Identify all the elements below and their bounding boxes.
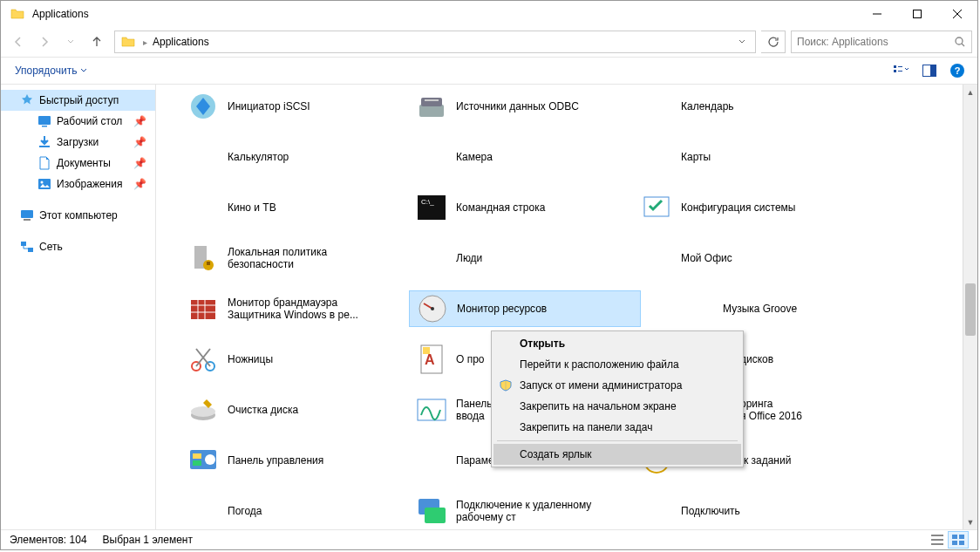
list-item[interactable]: Калькулятор <box>180 139 397 175</box>
control-panel-icon <box>186 443 221 478</box>
list-item[interactable]: Подключение к удаленному рабочему ст <box>409 493 625 529</box>
search-input[interactable] <box>797 36 954 48</box>
svg-rect-26 <box>207 262 210 265</box>
forward-button[interactable] <box>32 31 57 53</box>
menu-run-as-admin[interactable]: Запуск от имени администратора <box>493 375 741 396</box>
sidebar-this-pc[interactable]: Этот компьютер <box>1 205 155 226</box>
scroll-up-button[interactable]: ▲ <box>963 85 977 99</box>
minimize-button[interactable] <box>857 1 897 27</box>
maximize-button[interactable] <box>897 1 937 27</box>
menu-pin-taskbar[interactable]: Закрепить на панели задач <box>493 417 741 438</box>
up-button[interactable] <box>85 31 109 53</box>
svg-rect-48 <box>952 535 957 539</box>
scroll-down-button[interactable]: ▼ <box>963 515 977 529</box>
refresh-button[interactable] <box>761 31 786 53</box>
svg-rect-47 <box>931 543 943 545</box>
recent-dropdown[interactable] <box>58 31 83 53</box>
sidebar-pictures[interactable]: Изображения 📌 <box>1 174 155 194</box>
list-item[interactable]: Карты <box>634 139 850 175</box>
sidebar-quick-access[interactable]: Быстрый доступ <box>1 90 155 111</box>
chevron-right-icon[interactable]: ▸ <box>140 37 151 47</box>
list-item[interactable]: Погода <box>180 493 397 529</box>
list-item[interactable]: Конфигурация системы <box>634 189 850 226</box>
list-item[interactable]: Очистка диска <box>180 392 397 428</box>
list-item[interactable]: Монитор брандмауэра Защитника Windows в … <box>180 290 397 327</box>
app-icon <box>186 140 221 174</box>
menu-open[interactable]: Открыть <box>493 333 741 354</box>
preview-pane-button[interactable] <box>918 60 941 81</box>
list-item[interactable]: Кино и ТВ <box>180 189 397 226</box>
svg-rect-10 <box>39 146 50 147</box>
context-menu: Открыть Перейти к расположению файла Зап… <box>491 331 744 467</box>
network-icon <box>20 240 34 254</box>
close-button[interactable] <box>937 1 977 27</box>
search-icon[interactable] <box>954 36 966 48</box>
list-item[interactable]: Календарь <box>634 88 850 125</box>
menu-goto-location[interactable]: Перейти к расположению файла <box>493 354 741 375</box>
list-item-partial[interactable]: орингая Office 2016 <box>740 392 827 428</box>
svg-rect-34 <box>423 347 430 354</box>
shield-icon <box>499 378 513 392</box>
pin-icon: 📌 <box>133 115 146 127</box>
back-button[interactable] <box>6 31 31 53</box>
search-box[interactable] <box>791 31 972 53</box>
view-options-button[interactable] <box>890 60 913 81</box>
svg-point-29 <box>431 307 434 310</box>
address-dropdown[interactable] <box>738 37 755 46</box>
command-bar: Упорядочить ? <box>1 57 977 85</box>
menu-create-shortcut[interactable]: Создать ярлык <box>493 444 741 465</box>
svg-rect-13 <box>21 210 33 218</box>
svg-rect-2 <box>894 65 896 68</box>
list-item[interactable]: Локальная политика безопасности <box>180 240 397 276</box>
explorer-body: Быстрый доступ Рабочий стол 📌 Загрузки 📌… <box>1 85 977 529</box>
svg-rect-27 <box>191 300 215 319</box>
menu-pin-start[interactable]: Закрепить на начальном экране <box>493 396 741 417</box>
list-item[interactable]: Панельввода <box>409 392 496 428</box>
desktop-icon <box>37 114 51 128</box>
list-item[interactable]: AО про <box>409 341 487 378</box>
scroll-thumb[interactable] <box>965 283 976 336</box>
list-item-selected[interactable]: Монитор ресурсов <box>409 290 641 327</box>
app-icon <box>414 443 449 478</box>
address-bar[interactable]: ▸ Applications <box>114 31 756 53</box>
svg-rect-50 <box>952 541 957 545</box>
status-selection: Выбран 1 элемент <box>103 534 193 546</box>
help-button[interactable]: ? <box>946 60 969 81</box>
organize-button[interactable]: Упорядочить <box>10 61 92 80</box>
documents-icon <box>37 156 51 170</box>
list-item[interactable]: Источники данных ODBC <box>409 88 625 125</box>
list-item[interactable]: Инициатор iSCSI <box>180 88 397 125</box>
list-item[interactable]: Люди <box>409 240 625 276</box>
details-view-button[interactable] <box>927 531 948 549</box>
svg-rect-0 <box>914 10 922 18</box>
doc-icon: A <box>414 342 449 377</box>
breadcrumb-item[interactable]: Applications <box>151 36 211 48</box>
list-item[interactable]: Камера <box>409 139 625 175</box>
svg-rect-4 <box>898 66 902 67</box>
list-item[interactable]: Панель управления <box>180 442 397 479</box>
vertical-scrollbar[interactable]: ▲ ▼ <box>963 85 977 529</box>
downloads-icon <box>37 135 51 149</box>
list-item[interactable]: Мой Офис <box>634 240 850 276</box>
mstsc-icon <box>414 494 449 528</box>
msconfig-icon <box>639 190 674 225</box>
svg-text:A: A <box>425 352 435 367</box>
list-item[interactable]: Музыка Groove <box>676 290 892 327</box>
svg-rect-15 <box>21 242 26 246</box>
list-item[interactable]: Ножницы <box>180 341 397 378</box>
status-bar: Элементов: 104 Выбран 1 элемент <box>1 529 977 549</box>
sidebar-downloads[interactable]: Загрузки 📌 <box>1 132 155 153</box>
items-view[interactable]: Инициатор iSCSI Источники данных ODBC Ка… <box>156 85 977 529</box>
sidebar-network[interactable]: Сеть <box>1 236 155 257</box>
list-item[interactable]: C:\_Командная строка <box>409 189 625 226</box>
svg-point-12 <box>41 181 44 184</box>
sidebar-desktop[interactable]: Рабочий стол 📌 <box>1 111 155 132</box>
svg-rect-3 <box>894 70 896 72</box>
large-icons-view-button[interactable] <box>948 531 969 549</box>
app-icon <box>186 190 221 225</box>
list-item-partial[interactable]: дисков <box>740 341 810 378</box>
list-item[interactable]: Подключить <box>634 493 850 529</box>
svg-rect-20 <box>425 99 439 101</box>
svg-point-36 <box>191 406 215 417</box>
sidebar-documents[interactable]: Документы 📌 <box>1 153 155 174</box>
